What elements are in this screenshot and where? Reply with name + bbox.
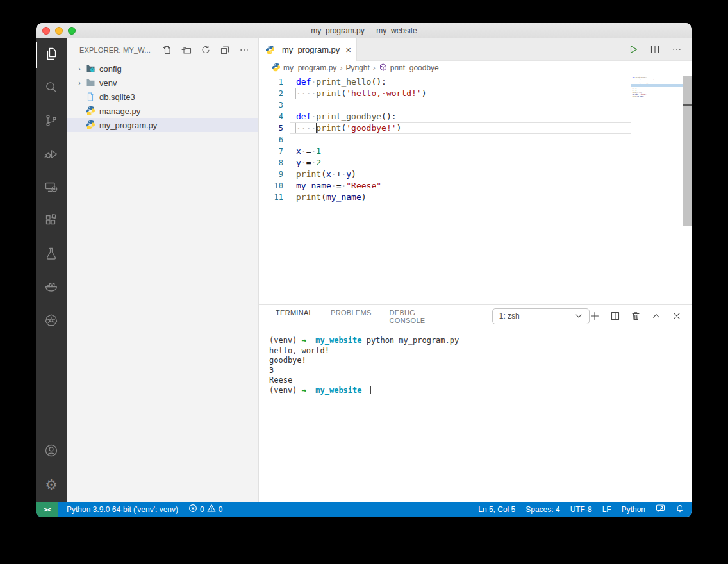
code-line-10[interactable]: my_name·=·"Reese" [290,180,692,192]
split-terminal-button[interactable] [610,311,620,321]
python-icon [85,120,96,130]
text-cursor [316,123,317,133]
activity-bar-item-search[interactable] [36,72,67,105]
line-number: 6 [259,134,290,145]
source-control-icon [44,113,59,131]
status-cursor-position[interactable]: Ln 5, Col 5 [478,505,515,514]
code-line-8[interactable]: y·=·2 [290,157,692,169]
activity-bar-item-remote-explorer[interactable] [36,172,67,205]
status-indentation[interactable]: Spaces: 4 [525,505,559,514]
status-encoding[interactable]: UTF-8 [570,505,592,514]
file-tree-item-manage.py[interactable]: manage.py [67,104,258,118]
bell-icon [675,504,684,515]
run-button[interactable] [628,44,638,54]
breadcrumb-label: print_goodbye [390,63,439,72]
collapse-folders-button[interactable] [219,44,231,56]
status-eol[interactable]: LF [602,505,611,514]
symbol-function-icon [379,63,388,74]
python-icon [265,45,275,54]
more-actions-button[interactable] [672,44,682,54]
warning-count-icon [207,504,216,515]
code-line-11[interactable]: print(my_name) [631,95,683,97]
terminal-selector-dropdown[interactable]: 1: zsh [492,308,590,324]
line-number: 8 [259,157,290,169]
status-feedback[interactable] [656,504,665,515]
terminal-line: 3 [269,366,692,376]
activity-bar-item-source-control[interactable] [36,105,67,138]
more-actions-button[interactable] [238,44,251,56]
zoom-window-button[interactable] [68,27,76,35]
status-language-mode[interactable]: Python [622,505,645,514]
titlebar: my_program.py — my_website [36,23,692,38]
file-tree-item-config[interactable]: ›config [67,62,258,76]
code-editor[interactable]: 1234567891011 def·print_hello():····prin… [259,75,692,304]
terminal-output[interactable]: (venv) → my_website python my_program.py… [259,327,692,502]
refresh-explorer-button[interactable] [199,44,212,56]
new-folder-button[interactable] [180,44,193,56]
panel-tab-terminal[interactable]: TERMINAL [276,303,313,329]
activity-bar-item-docker[interactable] [36,272,67,305]
code-line-11[interactable]: print(my_name) [290,192,692,203]
close-tab-icon[interactable]: × [343,44,353,55]
feedback-icon [656,504,665,515]
activity-bar-item-explorer[interactable] [36,38,67,72]
line-number: 9 [259,169,290,180]
remote-explorer-icon [44,179,59,197]
status-problems[interactable]: 00 [188,504,222,515]
status-notifications[interactable] [675,504,684,515]
tab-label: my_program.py [282,45,340,54]
file-tree-item-venv[interactable]: ›venv [67,76,258,90]
activity-bar-item-testing[interactable] [36,238,67,272]
panel-tab-problems[interactable]: PROBLEMS [331,303,372,329]
code-line-9[interactable]: print(x·+·y) [290,169,692,180]
code-line-7[interactable]: x·=·1 [290,145,692,157]
run-and-debug-icon [44,146,59,164]
indent-guide [295,123,296,133]
activity-bar-item-kubernetes[interactable] [36,305,67,338]
line-number: 10 [259,180,290,192]
close-window-button[interactable] [42,27,50,35]
docker-icon [44,279,59,297]
breadcrumb-item-Pyright[interactable]: Pyright [345,63,369,72]
window-controls [42,23,76,38]
more-actions-icon [672,44,682,54]
bottom-panel: TERMINALPROBLEMSDEBUG CONSOLE 1: zsh (ve… [259,304,692,502]
activity-bar-item-settings[interactable]: ⚙ [36,469,67,502]
breadcrumb-item-print_goodbye[interactable]: print_goodbye [379,63,439,74]
new-file-button[interactable] [161,44,174,56]
maximize-panel-button[interactable] [651,311,661,321]
line-number: 3 [259,99,290,111]
file-label: venv [99,78,117,88]
python-icon [272,63,281,74]
minimap[interactable]: def·print_hello():····print('hello,·worl… [631,76,683,115]
minimize-window-button[interactable] [55,27,63,35]
panel-header: TERMINALPROBLEMSDEBUG CONSOLE 1: zsh [259,305,692,327]
breadcrumb-label: Pyright [345,63,369,72]
line-number: 5 [259,122,290,134]
tab-my_program.py[interactable]: my_program.py × [259,38,357,61]
file-tree-item-my_program.py[interactable]: my_program.py [67,118,258,132]
activity-bar-item-run-and-debug[interactable] [36,138,67,172]
indent-guide [295,88,296,99]
activity-bar-item-extensions[interactable] [36,205,67,238]
file-tree-item-db.sqlite3[interactable]: db.sqlite3 [67,90,258,104]
code-line-5[interactable]: ····print('goodbye!') [290,122,692,134]
activity-bar-item-accounts[interactable] [36,435,67,469]
split-editor-button[interactable] [650,44,660,54]
editor-scrollbar[interactable] [683,76,692,226]
close-panel-button[interactable] [672,311,682,321]
remote-indicator[interactable]: >< [36,502,58,517]
code-line-6[interactable] [290,134,692,145]
line-number: 2 [259,88,290,99]
breadcrumb-item-my_program.py[interactable]: my_program.py [272,63,336,74]
terminal-line: (venv) → my_website python my_program.py [269,336,692,346]
breadcrumb: my_program.py›Pyright›print_goodbye [259,61,692,75]
status-bar: >< Python 3.9.0 64-bit ('venv': venv)00 … [36,502,692,517]
kill-terminal-button[interactable] [631,311,641,321]
status-python-interpreter[interactable]: Python 3.9.0 64-bit ('venv': venv) [67,505,178,514]
terminal-line: (venv) → my_website [269,386,692,396]
error-count: 0 [200,505,204,514]
error-count-icon [188,504,197,515]
new-terminal-button[interactable] [590,311,600,321]
panel-tab-debug-console[interactable]: DEBUG CONSOLE [390,303,450,329]
